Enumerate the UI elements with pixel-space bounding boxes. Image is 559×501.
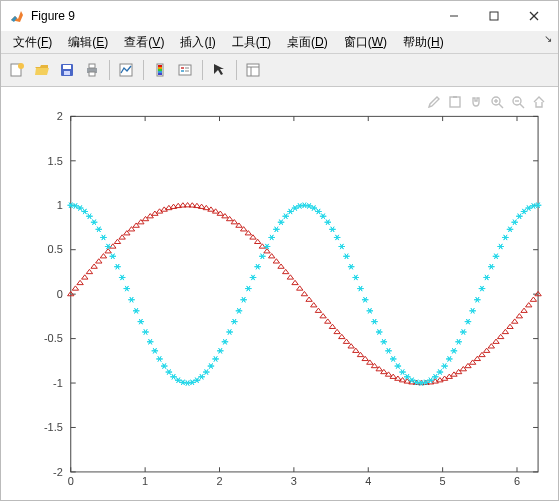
svg-rect-17	[158, 71, 162, 73]
figure-toolbar	[1, 53, 558, 87]
menu-tools[interactable]: 工具(T)	[224, 32, 279, 53]
svg-text:-1.5: -1.5	[44, 422, 63, 434]
svg-rect-19	[179, 65, 191, 75]
new-figure-button[interactable]	[5, 58, 29, 82]
menu-overflow-icon[interactable]: ↘	[544, 33, 552, 44]
axes[interactable]: 0123456-2-1.5-1-0.500.511.52	[1, 107, 558, 500]
insert-legend-button[interactable]	[173, 58, 197, 82]
menu-view[interactable]: 查看(V)	[116, 32, 172, 53]
print-button[interactable]	[80, 58, 104, 82]
insert-colorbar-button[interactable]	[148, 58, 172, 82]
svg-text:4: 4	[365, 475, 371, 487]
open-button[interactable]	[30, 58, 54, 82]
svg-text:1: 1	[57, 199, 63, 211]
maximize-button[interactable]	[474, 2, 514, 30]
svg-rect-8	[64, 71, 70, 75]
svg-rect-15	[158, 67, 162, 69]
svg-text:-0.5: -0.5	[44, 333, 63, 345]
matlab-logo-icon	[9, 8, 25, 24]
svg-point-5	[18, 63, 24, 69]
menu-file[interactable]: 文件(F)	[5, 32, 60, 53]
menu-edit[interactable]: 编辑(E)	[60, 32, 116, 53]
svg-text:1.5: 1.5	[48, 155, 63, 167]
svg-rect-16	[158, 69, 162, 71]
toolbar-separator	[143, 60, 144, 80]
menubar: 文件(F) 编辑(E) 查看(V) 插入(I) 工具(T) 桌面(D) 窗口(W…	[1, 31, 558, 53]
svg-rect-14	[158, 65, 162, 67]
window-title: Figure 9	[31, 9, 434, 23]
svg-text:2: 2	[216, 475, 222, 487]
svg-text:-2: -2	[53, 466, 63, 478]
save-button[interactable]	[55, 58, 79, 82]
svg-rect-27	[450, 97, 460, 107]
menu-desktop[interactable]: 桌面(D)	[279, 32, 336, 53]
svg-text:6: 6	[514, 475, 520, 487]
svg-rect-7	[63, 65, 71, 69]
svg-rect-24	[247, 64, 259, 76]
svg-text:2: 2	[57, 110, 63, 122]
menu-insert[interactable]: 插入(I)	[172, 32, 223, 53]
titlebar: Figure 9	[1, 1, 558, 31]
minimize-button[interactable]	[434, 2, 474, 30]
property-inspector-button[interactable]	[241, 58, 265, 82]
edit-plot-button[interactable]	[207, 58, 231, 82]
menu-window[interactable]: 窗口(W)	[336, 32, 395, 53]
close-button[interactable]	[514, 2, 554, 30]
toolbar-separator	[236, 60, 237, 80]
svg-text:5: 5	[440, 475, 446, 487]
svg-text:0.5: 0.5	[48, 244, 63, 256]
svg-text:3: 3	[291, 475, 297, 487]
svg-rect-1	[490, 12, 498, 20]
figure-window: Figure 9 文件(F) 编辑(E) 查看(V) 插入(I) 工具(T) 桌…	[0, 0, 559, 501]
svg-rect-18	[158, 73, 162, 75]
svg-text:1: 1	[142, 475, 148, 487]
toolbar-separator	[109, 60, 110, 80]
menu-help[interactable]: 帮助(H)	[395, 32, 452, 53]
svg-rect-11	[89, 72, 95, 76]
link-axes-button[interactable]	[114, 58, 138, 82]
figure-content: 0123456-2-1.5-1-0.500.511.52	[1, 87, 558, 500]
svg-rect-35	[71, 116, 538, 472]
svg-text:0: 0	[57, 288, 63, 300]
toolbar-separator	[202, 60, 203, 80]
svg-rect-10	[89, 64, 95, 68]
svg-text:0: 0	[68, 475, 74, 487]
svg-text:-1: -1	[53, 377, 63, 389]
